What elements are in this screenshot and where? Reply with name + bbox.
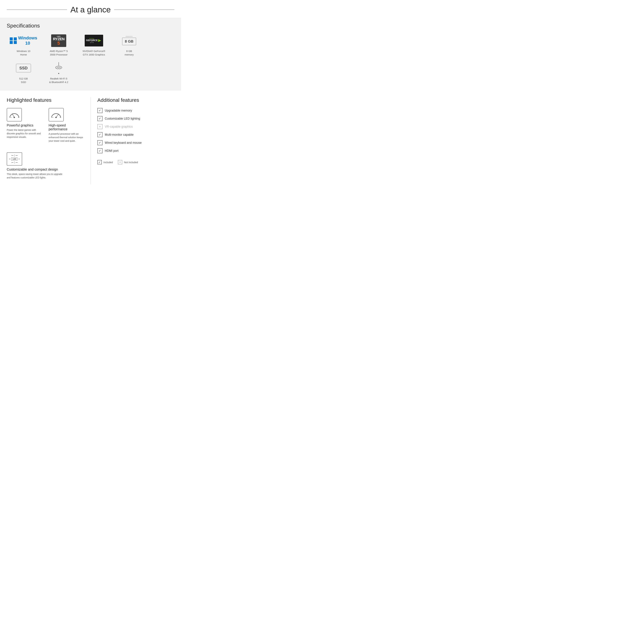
check-mark-led: ✓ <box>99 117 101 120</box>
legend-included-box: ✓ <box>97 160 102 164</box>
led-mid-row: LED <box>9 157 20 160</box>
design-title: Customizable and compact design <box>7 168 84 171</box>
check-led: ✓ Customizable LED lighting <box>97 116 175 121</box>
check-label-hdmi: HDMI port <box>105 149 119 153</box>
check-mark-keyboard: ✓ <box>99 141 101 145</box>
geforce-text: GEFORCE <box>86 39 98 41</box>
wifi-icon-wrapper <box>49 61 69 75</box>
specs-section: Specifications Windows 10 <box>0 18 181 91</box>
ryzen-badge-icon: AMD RYZEN 5 <box>51 34 66 47</box>
bottom-section: Highlighted features Powerful graphics P… <box>0 96 181 191</box>
nvidia-icon-wrapper: NVIDIA GEFORCE GTX <box>84 34 104 47</box>
spec-windows-label: Windows 10Home <box>17 49 30 56</box>
ryzen-text: RYZEN <box>53 37 65 41</box>
check-mark-hdmi: ✓ <box>99 149 101 153</box>
check-box-led: ✓ <box>97 116 102 121</box>
spec-ram: 8 GB 8 GBmemory <box>112 34 146 56</box>
ryzen-icon-wrapper: AMD RYZEN 5 <box>49 34 69 47</box>
check-mark-memory: ✓ <box>99 109 101 112</box>
nvidia-badge-icon: NVIDIA GEFORCE GTX <box>85 35 103 46</box>
legend-not-included-box: ✕ <box>118 160 122 164</box>
graphics-desc: Power the latest games with discrete gra… <box>7 128 42 139</box>
led-bot-row <box>11 162 18 164</box>
check-box-keyboard: ✓ <box>97 140 102 145</box>
spec-cpu-label: AMD Ryzen™ 53500 Processor <box>50 49 68 56</box>
highlighted-title: Highlighted features <box>7 97 84 103</box>
feature-design: LED Customizable and compact design This… <box>7 152 84 179</box>
spec-gpu: NVIDIA GEFORCE GTX NVIDIA® GeForce®GTX 1… <box>77 34 111 56</box>
spec-gpu-label: NVIDIA® GeForce®GTX 1650 Graphics <box>83 49 105 56</box>
check-label-monitor: Multi-monitor capable <box>105 133 134 137</box>
led-label-text: LED <box>11 157 17 160</box>
cross-mark-vr: ✕ <box>99 125 101 128</box>
spec-wifi: Realtek Wi-Fi 5& Bluetooth® 4.2 <box>42 61 75 84</box>
check-box-monitor: ✓ <box>97 132 102 137</box>
led-box-icon: LED <box>7 152 22 166</box>
features-top-row: Powerful graphics Power the latest games… <box>7 108 84 147</box>
specs-grid: Windows 10 Windows 10Home AMD RYZEN 5 AM… <box>7 34 174 84</box>
wifi-dot <box>58 73 59 74</box>
specs-title: Specifications <box>7 23 174 29</box>
spec-cpu: AMD RYZEN 5 AMD Ryzen™ 53500 Processor <box>42 34 75 56</box>
wifi-signal-icon <box>55 62 62 74</box>
check-box-memory: ✓ <box>97 108 102 113</box>
check-memory: ✓ Upgradable memory <box>97 108 175 113</box>
ram-badge-icon: 8 GB <box>122 38 136 45</box>
page-title: At a glance <box>70 5 111 14</box>
spec-wifi-label: Realtek Wi-Fi 5& Bluetooth® 4.2 <box>49 77 68 84</box>
ssd-icon-wrapper: SSD <box>13 61 34 75</box>
check-box-vr: ✕ <box>97 124 102 129</box>
svg-point-6 <box>55 117 57 118</box>
additional-title: Additional features <box>97 97 175 103</box>
led-icon-container: LED <box>7 152 84 166</box>
ram-icon-wrapper: 8 GB <box>119 34 139 47</box>
graphics-icon-area <box>7 108 22 121</box>
performance-desc: A powerful processor with an enhanced th… <box>49 132 84 143</box>
spec-ram-label: 8 GBmemory <box>125 49 134 56</box>
nvidia-chevron-icon <box>98 38 102 43</box>
performance-icon-area <box>49 108 64 121</box>
check-label-led: Customizable LED lighting <box>105 117 140 120</box>
highlighted-features-section: Highlighted features Powerful graphics P… <box>0 97 91 184</box>
check-monitor: ✓ Multi-monitor capable <box>97 132 175 137</box>
check-keyboard: ✓ Wired keyboard and mouse <box>97 140 175 145</box>
gtx-text: GTX <box>86 41 98 43</box>
svg-marker-0 <box>98 39 101 42</box>
header-line-right <box>114 10 174 10</box>
svg-point-2 <box>14 117 15 118</box>
ram-notches-icon <box>126 36 132 37</box>
check-list: ✓ Upgradable memory ✓ Customizable LED l… <box>97 108 175 153</box>
windows-squares-icon <box>10 37 17 44</box>
legend-included-label: Included <box>103 161 113 164</box>
nvidia-text-group: NVIDIA GEFORCE GTX <box>86 38 98 43</box>
design-desc: This sleek, space-saving tower allows yo… <box>7 172 64 179</box>
speedometer2-icon <box>51 111 62 119</box>
check-hdmi: ✓ HDMI port <box>97 148 175 153</box>
page-header: At a glance <box>0 0 181 18</box>
led-top-row <box>11 154 18 156</box>
spec-windows: Windows 10 Windows 10Home <box>7 34 40 56</box>
spec-storage-label: 512 GBSSD <box>19 77 28 84</box>
nvidia-top-row: NVIDIA GEFORCE GTX <box>86 38 102 43</box>
feature-graphics: Powerful graphics Power the latest games… <box>7 108 42 143</box>
ryzen-number: 5 <box>57 41 60 46</box>
legend-not-included: ✕ Not included <box>118 160 138 164</box>
check-mark-monitor: ✓ <box>99 133 101 137</box>
header-line-left <box>7 10 67 10</box>
legend-not-included-label: Not included <box>124 161 138 164</box>
check-label-vr: VR-capable graphics <box>105 125 133 128</box>
windows-text-icon: Windows 10 <box>18 35 37 46</box>
graphics-title: Powerful graphics <box>7 123 42 127</box>
check-label-keyboard: Wired keyboard and mouse <box>105 141 142 145</box>
additional-features-section: Additional features ✓ Upgradable memory … <box>91 97 181 184</box>
ssd-badge-icon: SSD <box>16 64 31 72</box>
spec-storage: SSD 512 GBSSD <box>7 61 40 84</box>
windows-logo-group: Windows 10 <box>10 35 37 46</box>
legend: ✓ Included ✕ Not included <box>97 160 175 164</box>
legend-included: ✓ Included <box>97 160 113 164</box>
check-box-hdmi: ✓ <box>97 148 102 153</box>
performance-title: High-speed performance <box>49 123 84 131</box>
check-vr: ✕ VR-capable graphics <box>97 124 175 129</box>
feature-performance: High-speed performance A powerful proces… <box>49 108 84 143</box>
legend-not-included-mark: ✕ <box>119 161 121 164</box>
